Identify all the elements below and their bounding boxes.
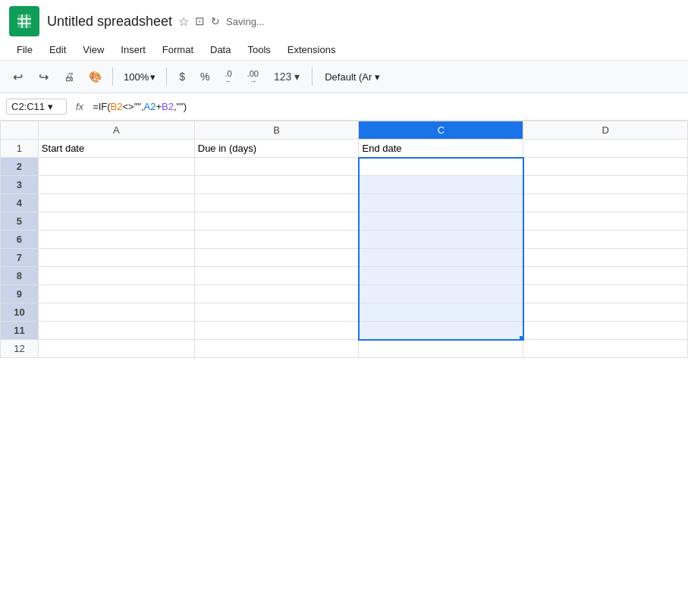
row-num-6[interactable]: 6 — [1, 231, 39, 249]
menu-tools[interactable]: Tools — [240, 41, 278, 58]
cell-c1[interactable]: End date — [359, 140, 523, 158]
cell-c12[interactable] — [359, 340, 523, 358]
cell-a6[interactable] — [38, 231, 194, 249]
cell-c6[interactable] — [359, 231, 523, 249]
row-num-3[interactable]: 3 — [1, 176, 39, 194]
row-num-12[interactable]: 12 — [1, 340, 39, 358]
cell-d3[interactable] — [523, 176, 688, 194]
cell-c2[interactable] — [359, 158, 523, 176]
cell-c9[interactable] — [359, 285, 523, 303]
row-num-4[interactable]: 4 — [1, 194, 39, 212]
row-num-9[interactable]: 9 — [1, 285, 39, 303]
cell-b4[interactable] — [194, 194, 359, 212]
cell-b11[interactable] — [194, 322, 359, 340]
decimal-more-button[interactable]: .00 → — [241, 65, 265, 88]
col-header-d[interactable]: D — [523, 121, 688, 140]
cell-a4[interactable] — [38, 194, 194, 212]
cell-b2[interactable] — [194, 158, 359, 176]
cell-a8[interactable] — [38, 267, 194, 285]
cell-c3[interactable] — [359, 176, 523, 194]
redo-button[interactable]: ↪ — [32, 65, 55, 88]
cell-d10[interactable] — [523, 303, 688, 322]
col-header-b[interactable]: B — [194, 121, 359, 140]
table-row: 6 — [1, 231, 688, 249]
cell-d6[interactable] — [523, 231, 688, 249]
table-row: 8 — [1, 267, 688, 285]
cell-ref-dropdown-icon[interactable]: ▾ — [48, 101, 53, 112]
doc-title-text[interactable]: Untitled spreadsheet — [47, 14, 172, 30]
decimal-less-button[interactable]: .0 ← — [219, 65, 238, 88]
row-num-7[interactable]: 7 — [1, 249, 39, 267]
currency-button[interactable]: $ — [173, 68, 191, 86]
cell-d4[interactable] — [523, 194, 688, 212]
zoom-selector[interactable]: 100% ▾ — [119, 68, 160, 86]
saving-text: Saving... — [226, 16, 265, 27]
cell-a11[interactable] — [38, 322, 194, 340]
row-num-11[interactable]: 11 — [1, 322, 39, 340]
row-num-5[interactable]: 5 — [1, 212, 39, 231]
app-logo — [9, 6, 39, 36]
format-number-label: 123 — [274, 71, 291, 83]
cell-d12[interactable] — [523, 340, 688, 358]
cell-c4[interactable] — [359, 194, 523, 212]
row-num-10[interactable]: 10 — [1, 303, 39, 322]
cell-d7[interactable] — [523, 249, 688, 267]
star-icon[interactable]: ☆ — [178, 14, 189, 29]
cell-a5[interactable] — [38, 212, 194, 231]
cell-d2[interactable] — [523, 158, 688, 176]
menu-data[interactable]: Data — [203, 41, 238, 58]
spreadsheet-wrapper[interactable]: A B C D 1Start dateDue in (days)End date… — [0, 121, 688, 616]
cell-b6[interactable] — [194, 231, 359, 249]
cell-d8[interactable] — [523, 267, 688, 285]
cell-b9[interactable] — [194, 285, 359, 303]
cell-b8[interactable] — [194, 267, 359, 285]
cell-c5[interactable] — [359, 212, 523, 231]
cell-b3[interactable] — [194, 176, 359, 194]
col-header-a[interactable]: A — [38, 121, 194, 140]
percent-button[interactable]: % — [194, 68, 215, 86]
formula-content: =IF(B2<>"",A2+B2,"") — [93, 101, 682, 112]
cell-c8[interactable] — [359, 267, 523, 285]
cell-c11[interactable] — [359, 322, 523, 340]
cell-d5[interactable] — [523, 212, 688, 231]
cell-a12[interactable] — [38, 340, 194, 358]
cell-c10[interactable] — [359, 303, 523, 322]
menu-insert[interactable]: Insert — [113, 41, 153, 58]
toolbar-sep-1 — [112, 68, 113, 86]
cell-d1[interactable] — [523, 140, 688, 158]
cell-a7[interactable] — [38, 249, 194, 267]
paint-format-button[interactable]: 🎨 — [83, 65, 106, 88]
doc-title: Untitled spreadsheet ☆ ⊡ ↻ Saving... — [47, 14, 265, 30]
menu-view[interactable]: View — [75, 41, 112, 58]
cell-b7[interactable] — [194, 249, 359, 267]
menu-format[interactable]: Format — [155, 41, 201, 58]
menu-file[interactable]: File — [9, 41, 40, 58]
cell-a10[interactable] — [38, 303, 194, 322]
cell-d11[interactable] — [523, 322, 688, 340]
row-num-2[interactable]: 2 — [1, 158, 39, 176]
cell-a2[interactable] — [38, 158, 194, 176]
cell-c7[interactable] — [359, 249, 523, 267]
cell-a3[interactable] — [38, 176, 194, 194]
cell-a1[interactable]: Start date — [38, 140, 194, 158]
cell-b10[interactable] — [194, 303, 359, 322]
row-num-8[interactable]: 8 — [1, 267, 39, 285]
cell-b12[interactable] — [194, 340, 359, 358]
font-selector[interactable]: Default (Ar ▾ — [319, 68, 386, 86]
menu-extensions[interactable]: Extensions — [280, 41, 344, 58]
drive-icon[interactable]: ⊡ — [195, 14, 205, 28]
col-header-c[interactable]: C — [359, 121, 523, 140]
cell-b5[interactable] — [194, 212, 359, 231]
undo-button[interactable]: ↩ — [6, 65, 29, 88]
cell-reference[interactable]: C2:C11 ▾ — [6, 99, 67, 115]
cell-a9[interactable] — [38, 285, 194, 303]
table-row: 3 — [1, 176, 688, 194]
cell-b1[interactable]: Due in (days) — [194, 140, 359, 158]
menu-bar: File Edit View Insert Format Data Tools … — [0, 39, 688, 60]
menu-edit[interactable]: Edit — [42, 41, 74, 58]
format-number-button[interactable]: 123 ▾ — [268, 68, 306, 86]
main-container: Untitled spreadsheet ☆ ⊡ ↻ Saving... Fil… — [0, 0, 688, 616]
print-button[interactable]: 🖨 — [58, 65, 80, 88]
row-num-1[interactable]: 1 — [1, 140, 39, 158]
cell-d9[interactable] — [523, 285, 688, 303]
